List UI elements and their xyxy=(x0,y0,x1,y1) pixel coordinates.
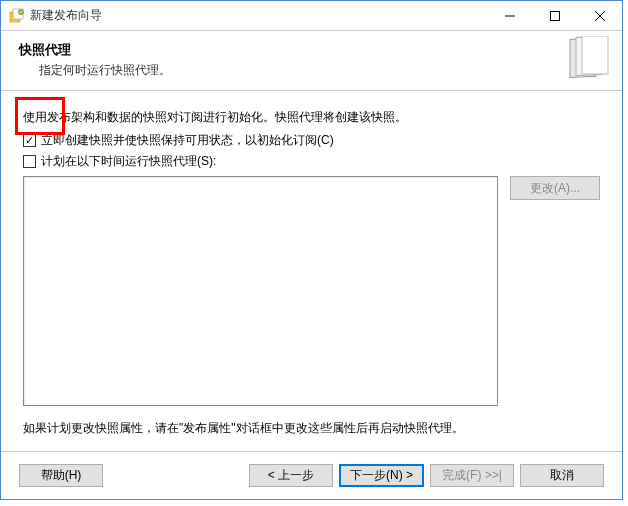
close-button[interactable] xyxy=(577,1,622,30)
window-title: 新建发布向导 xyxy=(30,7,487,24)
window-controls xyxy=(487,1,622,30)
back-button[interactable]: < 上一步 xyxy=(249,464,333,487)
maximize-button[interactable] xyxy=(532,1,577,30)
titlebar: 新建发布向导 xyxy=(1,1,622,31)
header-decoration-icon xyxy=(562,36,612,84)
footer: 帮助(H) < 上一步 下一步(N) > 完成(F) >>| 取消 xyxy=(1,451,622,499)
schedule-area: 更改(A)... xyxy=(23,176,600,406)
page-title: 快照代理 xyxy=(19,41,604,59)
next-button[interactable]: 下一步(N) > xyxy=(339,464,424,487)
change-button: 更改(A)... xyxy=(510,176,600,200)
svg-rect-4 xyxy=(550,11,559,20)
cancel-button[interactable]: 取消 xyxy=(520,464,604,487)
minimize-button[interactable] xyxy=(487,1,532,30)
checkbox-label: 计划在以下时间运行快照代理(S): xyxy=(41,153,216,170)
finish-button: 完成(F) >>| xyxy=(430,464,514,487)
checkbox-icon xyxy=(23,134,36,147)
note-text: 如果计划更改快照属性，请在"发布属性"对话框中更改这些属性后再启动快照代理。 xyxy=(23,420,600,437)
svg-rect-9 xyxy=(582,36,608,74)
checkbox-icon xyxy=(23,155,36,168)
help-button[interactable]: 帮助(H) xyxy=(19,464,103,487)
checkbox-label: 立即创建快照并使快照保持可用状态，以初始化订阅(C) xyxy=(41,132,334,149)
page-subtitle: 指定何时运行快照代理。 xyxy=(39,62,604,79)
wizard-window: 新建发布向导 快照代理 指定何时运行快照代理。 使 xyxy=(0,0,623,500)
checkbox-create-snapshot[interactable]: 立即创建快照并使快照保持可用状态，以初始化订阅(C) xyxy=(23,132,600,149)
checkbox-schedule-agent[interactable]: 计划在以下时间运行快照代理(S): xyxy=(23,153,600,170)
intro-text: 使用发布架构和数据的快照对订阅进行初始化。快照代理将创建该快照。 xyxy=(23,109,600,126)
schedule-display-box xyxy=(23,176,498,406)
content-area: 使用发布架构和数据的快照对订阅进行初始化。快照代理将创建该快照。 立即创建快照并… xyxy=(1,91,622,451)
header-panel: 快照代理 指定何时运行快照代理。 xyxy=(1,31,622,91)
app-icon xyxy=(9,8,25,24)
